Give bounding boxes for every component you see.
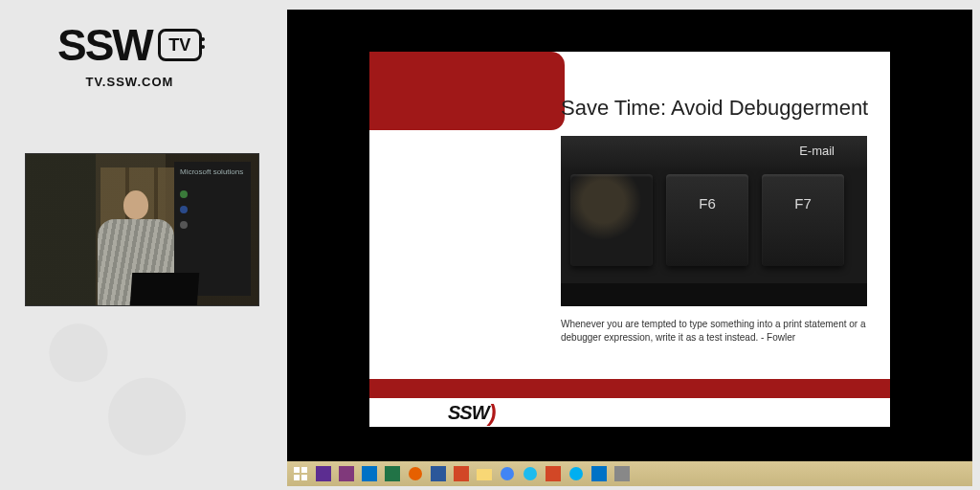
svg-rect-17 xyxy=(614,466,630,481)
tv-badge-icon: TV xyxy=(158,29,202,61)
taskbar-app-word[interactable] xyxy=(429,464,448,483)
slide-title: Save Time: Avoid Debuggerment xyxy=(561,96,868,121)
svg-point-15 xyxy=(569,467,583,480)
key-label: F7 xyxy=(762,195,844,212)
taskbar-app-outlook[interactable] xyxy=(360,464,379,483)
presentation-stage: Save Time: Avoid Debuggerment E-mail F6 … xyxy=(287,10,972,461)
brand-logo: SSW TV xyxy=(57,19,202,71)
brand-block: SSW TV TV.SSW.COM xyxy=(57,19,202,89)
windows-icon xyxy=(293,466,308,481)
key-f5-worn xyxy=(570,174,653,266)
svg-rect-3 xyxy=(301,475,307,480)
svg-rect-11 xyxy=(477,469,492,480)
key-f7: F7 xyxy=(762,174,844,266)
slide-accent xyxy=(369,52,551,130)
svg-point-12 xyxy=(501,467,514,480)
svg-rect-9 xyxy=(431,466,446,481)
speaker-video: Microsoft solutions xyxy=(25,153,259,306)
svg-rect-4 xyxy=(316,466,331,481)
slide-caption: Whenever you are tempted to type somethi… xyxy=(561,318,867,344)
taskbar-app-ie[interactable] xyxy=(521,464,540,483)
keyboard-fkey-row: F6 F7 xyxy=(570,174,844,266)
svg-rect-10 xyxy=(454,466,469,481)
taskbar-app-chrome[interactable] xyxy=(498,464,517,483)
svg-rect-5 xyxy=(339,466,354,481)
svg-rect-0 xyxy=(294,467,300,473)
taskbar-app-generic-3[interactable] xyxy=(612,464,632,483)
svg-rect-1 xyxy=(301,467,307,473)
svg-rect-2 xyxy=(294,475,300,480)
svg-point-13 xyxy=(523,467,537,480)
taskbar-app-explorer[interactable] xyxy=(475,464,494,483)
svg-rect-14 xyxy=(546,466,561,481)
svg-point-8 xyxy=(409,467,422,480)
dot-icon xyxy=(180,206,188,213)
brand-url: TV.SSW.COM xyxy=(57,75,202,89)
banner-text: Microsoft solutions xyxy=(180,167,243,176)
taskbar-app-visual-studio[interactable] xyxy=(314,464,333,483)
keyboard-top-row: E-mail xyxy=(561,136,867,170)
svg-rect-16 xyxy=(591,466,607,481)
taskbar-app-excel[interactable] xyxy=(383,464,402,483)
slide: Save Time: Avoid Debuggerment E-mail F6 … xyxy=(369,52,890,427)
dot-icon xyxy=(180,221,188,229)
slide-footer-logo: SSW) xyxy=(448,398,496,425)
laptop-icon xyxy=(130,273,199,305)
taskbar-app-onenote[interactable] xyxy=(337,464,356,483)
key-label: F6 xyxy=(666,195,748,212)
keyboard-bottom xyxy=(561,283,867,306)
taskbar-app-powerpoint[interactable] xyxy=(452,464,471,483)
taskbar-app-skype[interactable] xyxy=(567,464,586,483)
swoosh-icon: ) xyxy=(489,400,496,426)
svg-rect-6 xyxy=(362,466,377,481)
dot-icon xyxy=(180,190,188,198)
footer-logo-text: SSW xyxy=(448,402,489,423)
presenter-head xyxy=(123,190,148,219)
taskbar-app-firefox[interactable] xyxy=(406,464,425,483)
keyboard-email-label: E-mail xyxy=(799,144,835,158)
brand-name: SSW xyxy=(57,19,152,71)
slide-bottom-strip xyxy=(369,379,890,398)
svg-rect-7 xyxy=(385,466,400,481)
banner-dots xyxy=(180,190,188,229)
taskbar-app-generic-1[interactable] xyxy=(544,464,563,483)
key-f6: F6 xyxy=(666,174,748,266)
windows-taskbar[interactable] xyxy=(287,461,972,486)
taskbar-app-generic-2[interactable] xyxy=(590,464,609,483)
start-button[interactable] xyxy=(291,464,310,483)
slide-image-keyboard: E-mail F6 F7 xyxy=(561,136,867,306)
